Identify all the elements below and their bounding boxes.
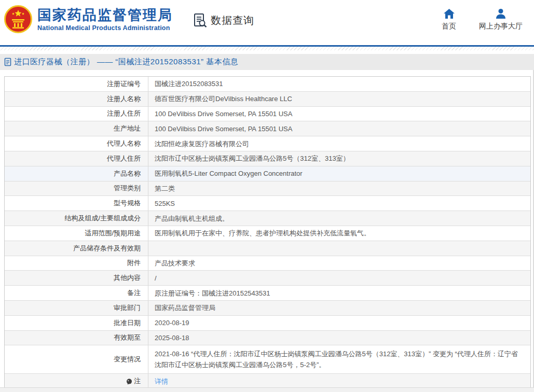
org-name-en: National Medical Products Administration — [37, 24, 173, 32]
row-label: 变更情况 — [5, 345, 148, 373]
note-icon — [126, 379, 132, 385]
table-row: 批准日期2020-08-19 — [5, 316, 530, 331]
table-row: 注详情 — [5, 374, 530, 389]
table-row: 注册人名称德百世医疗有限公司DeVilbiss Healthcare LLC — [5, 92, 530, 107]
table-row: 结构及组成/主要组成成分产品由制氧机主机组成。 — [5, 211, 530, 226]
data-query-tab[interactable]: 数据查询 — [193, 12, 254, 28]
org-title-block: 国家药品监督管理局 National Medical Products Admi… — [37, 7, 173, 32]
table-row: 适用范围/预期用途医用制氧机用于在家中、疗养院、患者护理机构处提供补充低流量氧气… — [5, 226, 530, 241]
org-name-cn: 国家药品监督管理局 — [37, 7, 173, 23]
row-value: 沈阳市辽中区杨士岗镇泵阀工业园潘乌公路5号（312室、313室） — [148, 151, 530, 166]
row-label: 代理人住所 — [5, 151, 148, 166]
row-label: 批准日期 — [5, 316, 148, 330]
table-row: 审批部门国家药品监督管理局 — [5, 301, 530, 316]
row-value: 产品由制氧机主机组成。 — [148, 211, 530, 226]
row-label: 注册证编号 — [5, 77, 148, 91]
row-value: 第二类 — [148, 181, 530, 196]
row-label: 产品名称 — [5, 166, 148, 181]
row-value: 2025-08-18 — [148, 331, 530, 345]
row-label-text: 代理人住所 — [107, 154, 141, 163]
row-label: 代理人名称 — [5, 136, 148, 151]
table-row: 注册证编号国械注进20152083531 — [5, 77, 530, 92]
row-value: 产品技术要求 — [148, 256, 530, 271]
table-row: 备注原注册证编号：国械注进20152543531 — [5, 286, 530, 301]
nav-home[interactable]: 首页 — [442, 8, 456, 31]
row-label: 其他内容 — [5, 271, 148, 285]
row-value: 医用制氧机用于在家中、疗养院、患者护理机构处提供补充低流量氧气。 — [148, 226, 530, 241]
row-value: 525KS — [148, 196, 530, 211]
row-label: 型号规格 — [5, 196, 148, 211]
row-value: / — [148, 271, 530, 285]
row-label-text: 产品储存条件及有效期 — [73, 244, 141, 253]
registration-detail-table: 注册证编号国械注进20152083531注册人名称德百世医疗有限公司DeVilb… — [4, 76, 531, 389]
row-label: 注册人名称 — [5, 92, 148, 106]
row-label-text: 管理类别 — [114, 184, 141, 193]
row-value: 100 DeVilbiss Drive Somerset, PA 15501 U… — [148, 121, 530, 136]
row-value: 原注册证编号：国械注进20152543531 — [148, 286, 530, 300]
row-value: 沈阳恒屹康复医疗器械有限公司 — [148, 136, 530, 151]
row-label-text: 产品名称 — [114, 169, 141, 178]
row-label-text: 其他内容 — [114, 273, 141, 283]
row-label-text: 审批部门 — [114, 303, 141, 313]
row-label-text: 注册人名称 — [107, 94, 141, 104]
page-header: 国家药品监督管理局 National Medical Products Admi… — [0, 0, 534, 45]
row-value: 国械注进20152083531 — [148, 77, 530, 91]
hatched-divider-band — [0, 47, 534, 50]
table-row: 管理类别第二类 — [5, 181, 530, 197]
nav-home-label: 首页 — [442, 22, 456, 31]
row-label-text: 注册证编号 — [107, 79, 141, 89]
row-label-text: 适用范围/预期用途 — [85, 229, 141, 238]
row-label-text: 变更情况 — [114, 355, 141, 364]
row-label: 适用范围/预期用途 — [5, 226, 148, 241]
document-icon — [4, 58, 11, 66]
row-label: 注 — [5, 374, 148, 388]
row-value: 100 DeVilbiss Drive Somerset, PA 15501 U… — [148, 107, 530, 121]
nav-online-hall-label: 网上办事大厅 — [479, 22, 523, 31]
row-label: 附件 — [5, 256, 148, 271]
header-nav: 首页 网上办事大厅 — [442, 8, 523, 31]
data-query-label: 数据查询 — [211, 13, 254, 27]
row-value: 医用制氧机5-Liter Compact Oxygen Concentrator — [148, 166, 530, 181]
row-label-text: 备注 — [127, 288, 141, 298]
national-emblem-logo — [4, 5, 32, 33]
nav-online-hall[interactable]: 网上办事大厅 — [479, 8, 523, 31]
row-label-text: 注 — [134, 376, 141, 386]
row-label: 审批部门 — [5, 301, 148, 315]
detail-link[interactable]: 详情 — [155, 376, 168, 387]
home-icon — [443, 8, 455, 19]
table-row: 其他内容/ — [5, 271, 530, 286]
row-value: 2021-08-16 “代理人住所：沈阳市辽中区杨士岗镇泵阀工业园潘乌公路5号（… — [148, 345, 530, 373]
table-row: 产品储存条件及有效期 — [5, 241, 530, 256]
user-icon — [495, 8, 506, 19]
row-label: 生产地址 — [5, 121, 148, 136]
row-label: 有效期至 — [5, 331, 148, 345]
row-label-text: 型号规格 — [114, 199, 141, 208]
data-query-icon — [193, 12, 208, 28]
row-value — [148, 241, 530, 256]
row-label-text: 注册人住所 — [107, 109, 141, 118]
table-row: 型号规格525KS — [5, 196, 530, 211]
row-label-text: 附件 — [127, 258, 141, 268]
breadcrumb-bar: 进口医疗器械（注册） —— “国械注进20152083531” 基本信息 — [0, 54, 534, 70]
footer-strip — [0, 387, 534, 392]
row-label: 注册人住所 — [5, 107, 148, 121]
row-label: 产品储存条件及有效期 — [5, 241, 148, 256]
row-label: 结构及组成/主要组成成分 — [5, 211, 148, 226]
row-label-text: 代理人名称 — [107, 139, 141, 148]
row-label-text: 批准日期 — [114, 318, 141, 328]
row-value: 德百世医疗有限公司DeVilbiss Healthcare LLC — [148, 92, 530, 106]
row-label: 备注 — [5, 286, 148, 300]
row-label-text: 有效期至 — [114, 333, 141, 342]
row-value: 详情 — [148, 374, 530, 388]
table-row: 生产地址100 DeVilbiss Drive Somerset, PA 155… — [5, 121, 530, 136]
breadcrumb: 进口医疗器械（注册） —— “国械注进20152083531” 基本信息 — [14, 57, 238, 67]
row-label-text: 生产地址 — [114, 124, 141, 133]
row-value: 2020-08-19 — [148, 316, 530, 330]
table-row: 代理人名称沈阳恒屹康复医疗器械有限公司 — [5, 136, 530, 151]
table-row: 注册人住所100 DeVilbiss Drive Somerset, PA 15… — [5, 107, 530, 122]
table-row: 附件产品技术要求 — [5, 256, 530, 271]
table-row: 代理人住所沈阳市辽中区杨士岗镇泵阀工业园潘乌公路5号（312室、313室） — [5, 151, 530, 166]
table-row: 有效期至2025-08-18 — [5, 331, 530, 346]
row-value: 国家药品监督管理局 — [148, 301, 530, 315]
row-label: 管理类别 — [5, 181, 148, 196]
